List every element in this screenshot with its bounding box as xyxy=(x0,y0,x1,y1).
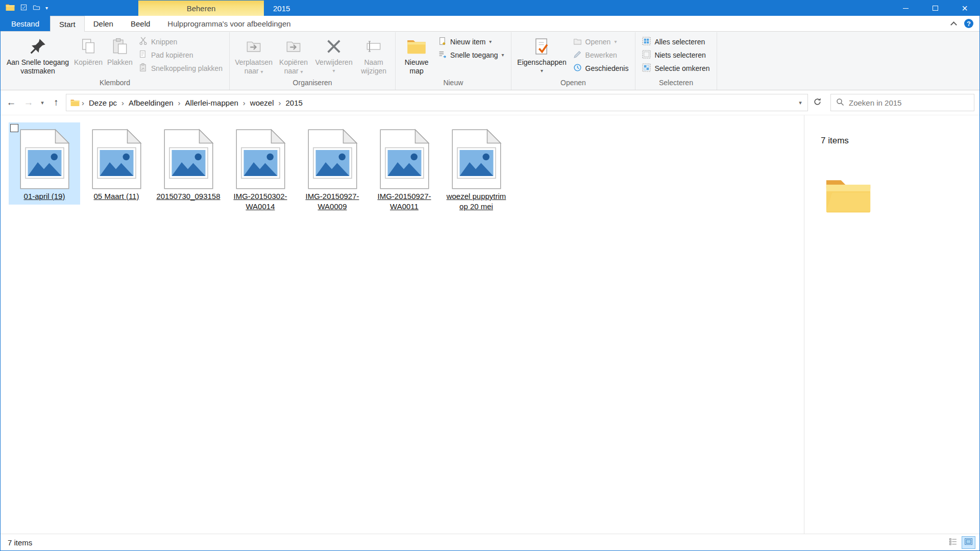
item-checkbox[interactable] xyxy=(10,124,18,132)
qat-properties-icon[interactable] xyxy=(20,4,28,13)
dropdown-arrow-icon: ▾ xyxy=(614,39,617,44)
breadcrumb-item-deze-pc[interactable]: Deze pc xyxy=(85,94,120,111)
file-name: woezel puppytrim op 20 mei xyxy=(444,191,508,212)
file-item[interactable]: woezel puppytrim op 20 mei xyxy=(440,122,512,215)
tab-start[interactable]: Start xyxy=(50,16,85,32)
thumbnail-view-button[interactable] xyxy=(962,536,975,549)
breadcrumb-item-2015[interactable]: 2015 xyxy=(282,94,306,111)
history-button[interactable]: Geschiedenis xyxy=(570,62,632,75)
quick-access-toolbar: ▾ xyxy=(1,4,77,13)
move-to-button[interactable]: Verplaatsen naar ▾ xyxy=(233,34,275,79)
tab-picture-tools[interactable]: Hulpprogramma's voor afbeeldingen xyxy=(159,16,299,31)
edit-button[interactable]: Bewerken xyxy=(570,48,632,62)
easy-access-button[interactable]: Snelle toegang ▾ xyxy=(434,48,507,62)
breadcrumb-item-allerlei-mappen[interactable]: Allerlei-mappen xyxy=(182,94,242,111)
cut-button[interactable]: Knippen xyxy=(135,35,226,48)
file-name: IMG-20150302-WA0014 xyxy=(228,191,292,212)
address-dropdown-icon[interactable]: ▾ xyxy=(795,93,805,112)
maximize-button[interactable] xyxy=(920,1,950,16)
breadcrumb-item-woezel[interactable]: woezel xyxy=(247,94,278,111)
copy-to-button[interactable]: Kopiëren naar ▾ xyxy=(275,34,312,79)
delete-button[interactable]: Verwijderen ▾ xyxy=(312,34,355,79)
recent-locations-icon[interactable]: ▾ xyxy=(37,93,47,112)
file-list-area[interactable]: 01-april (19) 05 Maart (11) xyxy=(1,115,804,534)
qat-new-folder-icon[interactable] xyxy=(33,4,40,13)
help-icon[interactable]: ? xyxy=(964,19,973,28)
invert-selection-label: Selectie omkeren xyxy=(654,64,709,72)
copy-path-label: Pad kopiëren xyxy=(151,51,193,59)
open-label: Openen xyxy=(585,38,611,46)
crumb-separator-icon: › xyxy=(242,98,247,107)
collapse-ribbon-icon[interactable] xyxy=(950,21,957,28)
file-item[interactable]: IMG-20150927-WA0011 xyxy=(369,122,440,215)
paste-label: Plakken xyxy=(107,58,133,67)
file-grid: 01-april (19) 05 Maart (11) xyxy=(9,122,800,215)
rename-label: Naam wijzigen xyxy=(357,58,390,75)
paste-shortcut-button[interactable]: Snelkoppeling plakken xyxy=(135,62,226,75)
explorer-icon xyxy=(6,4,15,13)
details-view-button[interactable] xyxy=(946,536,960,549)
refresh-button[interactable] xyxy=(808,94,826,111)
copy-button[interactable]: Kopiëren xyxy=(72,34,105,79)
status-item-count: 7 items xyxy=(8,538,32,547)
file-item[interactable]: IMG-20150927-WA0009 xyxy=(297,122,368,215)
rename-icon xyxy=(365,36,382,57)
properties-button[interactable]: Eigenschappen ▾ xyxy=(514,34,570,79)
file-item[interactable]: 20150730_093158 xyxy=(153,122,224,205)
paste-icon xyxy=(112,36,128,57)
contextual-tab-header[interactable]: Beheren xyxy=(138,1,264,16)
history-label: Geschiedenis xyxy=(585,64,629,72)
easy-access-label: Snelle toegang xyxy=(450,51,498,59)
forward-button[interactable]: → xyxy=(20,93,37,112)
image-file-icon xyxy=(91,129,142,190)
select-none-label: Niets selecteren xyxy=(654,51,705,59)
refresh-icon xyxy=(813,97,822,108)
preview-item-count: 7 items xyxy=(821,136,969,146)
up-button[interactable]: ↑ xyxy=(47,93,65,112)
breadcrumb[interactable]: › Deze pc › Afbeeldingen › Allerlei-mapp… xyxy=(66,94,808,111)
copy-to-label: Kopiëren naar xyxy=(279,58,308,75)
group-select: Alles selecteren Niets selecteren Select… xyxy=(635,32,717,90)
invert-selection-button[interactable]: Selectie omkeren xyxy=(639,62,713,75)
select-all-icon xyxy=(642,37,651,47)
crumb-separator-icon: › xyxy=(278,98,282,107)
copy-to-icon xyxy=(285,36,302,57)
tab-share[interactable]: Delen xyxy=(85,16,122,31)
maximize-icon xyxy=(933,6,938,11)
select-all-button[interactable]: Alles selecteren xyxy=(639,35,713,48)
group-new: Nieuwe map Nieuw item ▾ Snelle xyxy=(396,32,511,90)
cut-label: Knippen xyxy=(151,38,177,46)
close-button[interactable]: × xyxy=(950,1,979,16)
search-input[interactable] xyxy=(849,98,969,107)
new-folder-button[interactable]: Nieuwe map xyxy=(399,34,434,79)
group-organize: Verplaatsen naar ▾ Kopiëren naar ▾ Verwi… xyxy=(230,32,396,90)
group-open: Eigenschappen ▾ Openen ▾ xyxy=(511,32,636,90)
move-to-label: Verplaatsen naar xyxy=(235,58,273,75)
invert-selection-icon xyxy=(642,63,651,73)
file-item[interactable]: 05 Maart (11) xyxy=(81,122,152,205)
back-button[interactable]: ← xyxy=(3,93,20,112)
copy-path-button[interactable]: Pad kopiëren xyxy=(135,48,226,62)
file-item[interactable]: 01-april (19) xyxy=(9,122,80,205)
file-item[interactable]: IMG-20150302-WA0014 xyxy=(225,122,296,215)
select-none-button[interactable]: Niets selecteren xyxy=(639,48,713,62)
preview-pane: 7 items xyxy=(804,115,979,534)
minimize-button[interactable] xyxy=(891,1,920,16)
search-box xyxy=(830,94,974,111)
rename-button[interactable]: Naam wijzigen xyxy=(355,34,392,79)
main-area: 01-april (19) 05 Maart (11) xyxy=(1,115,979,534)
breadcrumb-item-afbeeldingen[interactable]: Afbeeldingen xyxy=(125,94,177,111)
minimize-icon xyxy=(903,8,909,9)
new-item-button[interactable]: Nieuw item ▾ xyxy=(434,35,507,48)
tab-view[interactable]: Beeld xyxy=(122,16,159,31)
tab-file[interactable]: Bestand xyxy=(1,16,50,31)
details-view-icon xyxy=(949,537,958,547)
qat-dropdown-icon[interactable]: ▾ xyxy=(45,6,48,11)
new-folder-label: Nieuwe map xyxy=(401,58,432,75)
ribbon: Aan Snelle toegang vastmaken Kopiëren Pl… xyxy=(1,32,979,90)
paste-button[interactable]: Plakken xyxy=(105,34,135,79)
copy-icon xyxy=(80,36,96,57)
pin-label: Aan Snelle toegang vastmaken xyxy=(6,58,70,75)
open-button[interactable]: Openen ▾ xyxy=(570,35,632,48)
pin-to-quick-access-button[interactable]: Aan Snelle toegang vastmaken xyxy=(4,34,72,79)
